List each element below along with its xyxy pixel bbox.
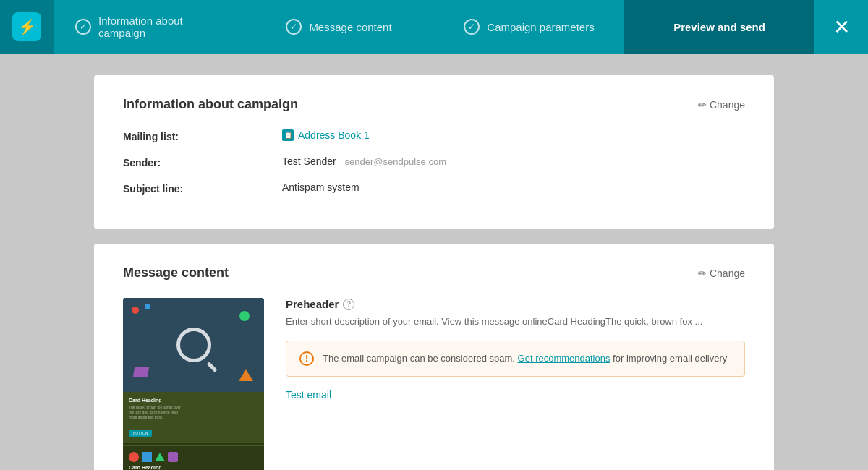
- sender-value: Test Sender sender@sendpulse.com: [282, 155, 446, 167]
- preheader-label-text: Preheader: [286, 298, 339, 310]
- preheader-label-row: Preheader ?: [286, 298, 745, 310]
- message-content-card: Message content ✏ Change Card H: [94, 244, 774, 470]
- spam-warning-text: The email campaign can be considered spa…: [323, 353, 727, 364]
- step-parameters-label: Campaign parameters: [487, 21, 594, 33]
- thumb-bottom-section: Card Heading The quick, brown fox jumps …: [123, 392, 264, 443]
- spam-warning-box: ! The email campaign can be considered s…: [286, 341, 745, 377]
- step-message-label: Message content: [309, 21, 391, 33]
- thumb-text: The quick, brown fox jumps overthe lazy …: [129, 405, 258, 420]
- wizard-steps: ✓ Information about campaign ✓ Message c…: [54, 0, 814, 54]
- search-icon-thumb: [176, 328, 211, 362]
- campaign-info-header: Information about campaign ✏ Change: [123, 97, 745, 112]
- subject-row: Subject line: Antispam system: [123, 181, 745, 195]
- close-button[interactable]: ✕: [814, 0, 868, 54]
- main-content: Information about campaign ✏ Change Mail…: [0, 54, 868, 470]
- thumb-title: Card Heading: [129, 398, 258, 403]
- subject-label: Subject line:: [123, 181, 282, 195]
- warning-icon: !: [299, 351, 314, 366]
- mailing-list-label: Mailing list:: [123, 129, 282, 142]
- thumb-button: BUTTON: [129, 430, 152, 437]
- sender-email: sender@sendpulse.com: [345, 156, 446, 167]
- test-email-link[interactable]: Test email: [286, 389, 331, 401]
- logo-area: ⚡: [0, 0, 54, 54]
- sender-name: Test Sender: [282, 155, 336, 167]
- close-icon: ✕: [833, 15, 850, 39]
- top-navigation: ⚡ ✓ Information about campaign ✓ Message…: [0, 0, 868, 54]
- mailing-list-value: 📋 Address Book 1: [282, 129, 370, 141]
- step-preview[interactable]: Preview and send: [624, 0, 814, 54]
- pencil-icon: ✏: [698, 99, 707, 111]
- sender-row: Sender: Test Sender sender@sendpulse.com: [123, 155, 745, 168]
- step-information-label: Information about campaign: [98, 14, 222, 39]
- step-check-icon: ✓: [464, 19, 480, 35]
- campaign-info-change-label: Change: [710, 99, 745, 111]
- step-check-icon: ✓: [75, 19, 91, 35]
- step-message[interactable]: ✓ Message content: [244, 0, 434, 54]
- subject-value: Antispam system: [282, 181, 359, 193]
- email-preview-thumbnail: Card Heading The quick, brown fox jumps …: [123, 298, 264, 470]
- message-content-change-label: Change: [710, 268, 745, 279]
- help-icon[interactable]: ?: [343, 299, 354, 310]
- message-content-header: Message content ✏ Change: [123, 265, 745, 281]
- sender-label: Sender:: [123, 155, 282, 168]
- pencil-icon-2: ✏: [698, 268, 707, 279]
- step-information[interactable]: ✓ Information about campaign: [54, 0, 244, 54]
- address-book-icon: 📋: [282, 129, 294, 141]
- message-content-title: Message content: [123, 265, 229, 281]
- step-check-icon: ✓: [286, 19, 302, 35]
- thumb-bottom2-section: Card Heading The quick, brown fox jumps …: [123, 446, 264, 470]
- step-preview-label: Preview and send: [673, 21, 765, 33]
- message-right-content: Preheader ? Enter short description of y…: [286, 298, 745, 470]
- campaign-info-change-link[interactable]: ✏ Change: [698, 99, 745, 111]
- thumb-top-section: [123, 298, 264, 392]
- preheader-text: Enter short description of your email. V…: [286, 315, 745, 329]
- mailing-list-row: Mailing list: 📋 Address Book 1: [123, 129, 745, 142]
- logo-icon: ⚡: [12, 12, 41, 41]
- campaign-info-title: Information about campaign: [123, 97, 298, 112]
- step-parameters[interactable]: ✓ Campaign parameters: [434, 0, 624, 54]
- spam-recommendations-link[interactable]: Get recommendations: [518, 353, 610, 364]
- message-content-change-link[interactable]: ✏ Change: [698, 268, 745, 279]
- thumb-title-2: Card Heading: [129, 465, 258, 470]
- address-book-link[interactable]: 📋 Address Book 1: [282, 129, 370, 141]
- campaign-info-card: Information about campaign ✏ Change Mail…: [94, 75, 774, 229]
- message-layout: Card Heading The quick, brown fox jumps …: [123, 298, 745, 470]
- address-book-text: Address Book 1: [298, 129, 370, 141]
